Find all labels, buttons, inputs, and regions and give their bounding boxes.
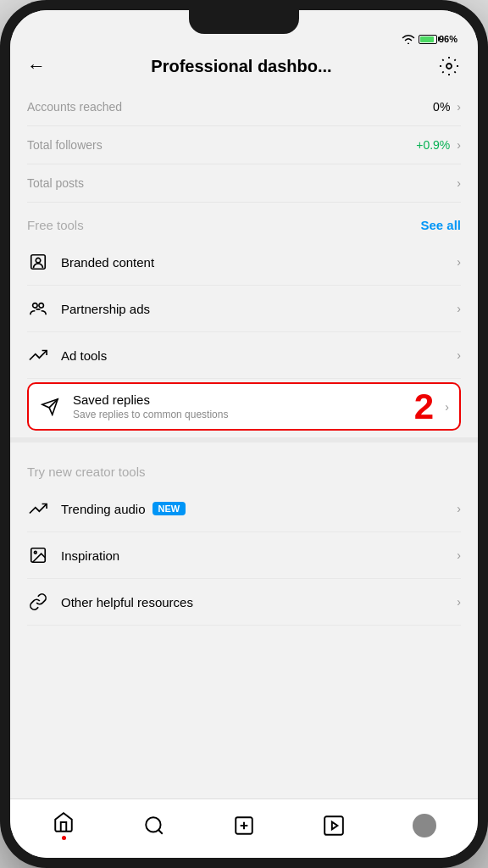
chevron-saved-replies: › [445,400,449,414]
trending-up-icon [29,346,47,364]
stat-value-followers: +0.9% [416,138,450,152]
ad-tools-icon [27,344,49,366]
svg-point-4 [39,303,43,309]
menu-item-inspiration[interactable]: Inspiration › [27,532,461,579]
see-all-button[interactable]: See all [420,218,461,232]
add-icon [232,814,256,837]
back-button[interactable]: ← [27,55,46,77]
saved-replies-sublabel: Save replies to common questions [73,409,228,420]
section-divider [10,437,478,442]
stat-right-posts: › [450,176,461,190]
nav-search[interactable] [108,814,198,837]
nav-reels[interactable] [289,814,379,837]
chevron-inspiration: › [457,548,461,562]
ad-tools-text: Ad tools [61,348,107,363]
inspiration-label: Inspiration [61,548,119,563]
trending-audio-svg [29,499,47,518]
branded-content-text: Branded content [61,255,154,270]
stat-label-followers: Total followers [27,138,103,152]
trending-audio-label: Trending audio [61,502,146,516]
plus-square-svg [233,815,255,837]
free-tools-header: Free tools See all [10,203,478,239]
notch [189,10,299,34]
saved-replies-label: Saved replies [73,392,228,407]
profile-icon [413,814,436,837]
chevron-trending-audio: › [457,502,461,515]
try-new-menu: Trending audio NEW › [10,486,478,626]
chevron-posts: › [457,176,461,190]
svg-point-2 [36,258,41,263]
other-helpful-text: Other helpful resources [61,595,193,609]
reels-icon [322,814,346,837]
home-notification-dot [62,836,66,840]
chevron-partnership: › [457,302,461,315]
svg-rect-14 [325,816,344,835]
stat-row-posts[interactable]: Total posts › [27,164,461,203]
battery-percent: 96% [439,34,458,44]
chevron-reached: › [457,100,461,114]
header: ← Professional dashbo... [10,47,478,88]
chevron-other-helpful: › [457,595,461,609]
avatar [413,814,436,837]
inspiration-text: Inspiration [61,548,119,563]
svg-point-3 [33,303,38,309]
menu-item-left-adtools: Ad tools [27,344,107,366]
other-helpful-label: Other helpful resources [61,595,193,609]
stat-label-reached: Accounts reached [27,100,122,114]
stat-right-followers: +0.9% › [416,138,461,152]
other-helpful-left: Other helpful resources [27,591,193,613]
menu-item-saved-replies[interactable]: Saved replies Save replies to common que… [27,382,461,431]
stat-value-reached: 0% [433,100,450,114]
scroll-content: Accounts reached 0% › Total followers +0… [10,88,478,798]
svg-point-0 [446,64,452,69]
stat-row-reached[interactable]: Accounts reached 0% › [27,88,461,126]
image-frame-icon [29,546,47,565]
try-new-title: Try new creator tools [27,465,146,479]
partnership-ads-icon [27,298,49,320]
inspiration-icon [27,544,49,566]
status-icons: 96% [402,34,458,44]
trending-audio-left: Trending audio NEW [27,498,186,520]
person-square-icon [29,253,47,271]
menu-item-other-helpful[interactable]: Other helpful resources › [27,579,461,626]
menu-item-partnership-ads[interactable]: Partnership ads › [27,286,461,332]
saved-replies-icon [39,396,61,418]
gear-icon [439,56,459,76]
free-tools-menu: Branded content › [10,239,478,431]
partnership-ads-text: Partnership ads [61,302,150,316]
menu-item-left-partnership: Partnership ads [27,298,150,320]
trending-audio-icon [27,498,49,520]
svg-line-10 [158,830,163,834]
saved-replies-text: Saved replies Save replies to common que… [73,392,228,420]
settings-button[interactable] [437,54,461,78]
chevron-branded: › [457,255,461,269]
menu-item-trending-audio[interactable]: Trending audio NEW › [27,486,461,532]
nav-add[interactable] [199,814,289,837]
free-tools-title: Free tools [27,218,84,232]
play-square-svg [323,815,345,837]
menu-item-ad-tools[interactable]: Ad tools › [27,332,461,379]
paper-plane-icon [41,398,59,416]
wifi-icon [402,34,415,44]
home-icon [52,810,75,834]
persons-link-icon [29,299,47,318]
branded-content-icon [27,251,49,273]
chevron-ad-tools: › [457,348,461,362]
link-icon [29,593,47,611]
partnership-ads-label: Partnership ads [61,302,150,316]
badge-2: 2 [414,389,434,425]
menu-item-left-branded: Branded content [27,251,154,273]
stat-right-reached: 0% › [433,100,461,114]
page-title: Professional dashbo... [54,57,429,76]
stat-row-followers[interactable]: Total followers +0.9% › [27,126,461,164]
search-icon [142,814,166,837]
phone-screen: 96% ← Professional dashbo... Accounts re… [10,10,478,858]
menu-item-branded-content[interactable]: Branded content › [27,239,461,286]
branded-content-label: Branded content [61,255,154,270]
stats-section: Accounts reached 0% › Total followers +0… [10,88,478,203]
battery-icon: 96% [419,34,458,44]
saved-replies-left: Saved replies Save replies to common que… [39,392,228,420]
nav-home[interactable] [19,810,108,840]
try-new-header: Try new creator tools [10,449,478,486]
nav-profile[interactable] [380,814,469,837]
